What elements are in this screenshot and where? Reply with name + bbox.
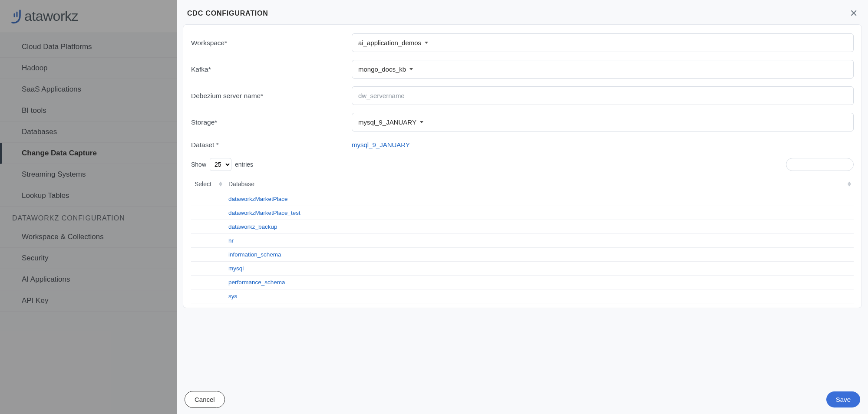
storage-select[interactable]: mysql_9_JANUARY [352, 113, 854, 131]
row-select-cell[interactable] [191, 206, 225, 220]
show-label: Show [191, 161, 206, 168]
row-select-cell[interactable] [191, 234, 225, 248]
entries-select[interactable]: 25 [210, 158, 231, 171]
table-row: hr [191, 234, 854, 248]
chevron-down-icon [409, 68, 413, 70]
database-name-link[interactable]: dataworkzMarketPlace [225, 192, 854, 206]
debezium-label: Debezium server name* [191, 92, 352, 100]
database-name-link[interactable]: mysql [225, 262, 854, 276]
row-select-cell[interactable] [191, 262, 225, 276]
database-name-link[interactable]: dataworkzMarketPlace_test [225, 206, 854, 220]
cancel-button[interactable]: Cancel [185, 391, 225, 408]
workspace-value: ai_application_demos [358, 39, 421, 46]
table-row: mysql [191, 262, 854, 276]
workspace-select[interactable]: ai_application_demos [352, 33, 854, 52]
col-select-header[interactable]: Select [191, 176, 225, 192]
kafka-value: mongo_docs_kb [358, 66, 406, 73]
row-select-cell[interactable] [191, 192, 225, 206]
table-row: sys [191, 289, 854, 303]
cdc-config-modal: CDC CONFIGURATION ✕ Workspace* ai_applic… [177, 0, 868, 414]
kafka-select[interactable]: mongo_docs_kb [352, 60, 854, 79]
dataset-label: Dataset * [191, 141, 352, 149]
debezium-servername-input[interactable] [352, 86, 854, 105]
close-icon[interactable]: ✕ [850, 9, 858, 18]
row-select-cell[interactable] [191, 220, 225, 234]
database-name-link[interactable]: performance_schema [225, 276, 854, 289]
table-row: performance_schema [191, 276, 854, 289]
save-button[interactable]: Save [826, 391, 860, 407]
dataset-link[interactable]: mysql_9_JANUARY [352, 139, 410, 150]
table-row: dataworkzMarketPlace_test [191, 206, 854, 220]
row-select-cell[interactable] [191, 248, 225, 262]
row-select-cell[interactable] [191, 289, 225, 303]
row-select-cell[interactable] [191, 276, 225, 289]
modal-title: CDC CONFIGURATION [187, 10, 268, 17]
table-row: dataworkz_backup [191, 220, 854, 234]
database-name-link[interactable]: information_schema [225, 248, 854, 262]
modal-overlay: CDC CONFIGURATION ✕ Workspace* ai_applic… [0, 0, 868, 414]
database-name-link[interactable]: dataworkz_backup [225, 220, 854, 234]
table-row: dataworkzMarketPlace [191, 192, 854, 206]
database-name-link[interactable]: hr [225, 234, 854, 248]
chevron-down-icon [420, 121, 423, 123]
entries-label: entries [235, 161, 253, 168]
database-name-link[interactable]: sys [225, 289, 854, 303]
table-row: information_schema [191, 248, 854, 262]
storage-label: Storage* [191, 118, 352, 126]
col-database-header[interactable]: Database [225, 176, 854, 192]
modal-card: Workspace* ai_application_demos Kafka* m… [183, 24, 862, 308]
kafka-label: Kafka* [191, 66, 352, 73]
chevron-down-icon [425, 42, 428, 44]
table-search-input[interactable] [786, 158, 854, 171]
storage-value: mysql_9_JANUARY [358, 118, 416, 126]
workspace-label: Workspace* [191, 39, 352, 47]
sort-icon [848, 182, 851, 187]
sort-icon [219, 182, 222, 187]
database-table: Select Database [191, 176, 854, 303]
